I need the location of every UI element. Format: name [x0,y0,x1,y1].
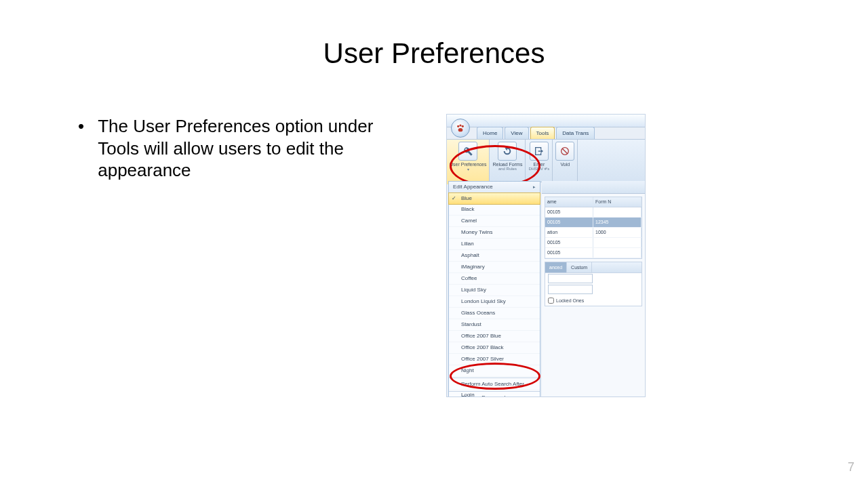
svg-point-0 [457,125,459,127]
enter-icon [530,142,549,161]
dropdown-item-blue[interactable]: Blue [448,192,540,205]
dropdown-item-camel[interactable]: Camel [449,216,540,227]
bullet-text: The User Preferences option under Tools … [98,115,396,182]
chevron-right-icon: ▸ [533,182,536,192]
background-content: ameForm N 001050010512345ation1000001050… [542,181,645,396]
dropdown-header[interactable]: Edit Appearance ▸ [449,182,540,193]
secondary-toolbar [542,181,645,194]
table-row[interactable]: ation1000 [545,228,642,238]
panel-row [545,284,642,295]
dropdown-item-office-2007-blue[interactable]: Office 2007 Blue [449,331,540,342]
panel-text-input[interactable] [548,274,593,283]
dropdown-item-office-2007-black[interactable]: Office 2007 Black [449,342,540,354]
dropdown-item-stardust[interactable]: Stardust [449,319,540,331]
bullet-marker: • [78,115,93,138]
ribbon-label: Reload Forms [492,162,522,167]
tab-tools[interactable]: Tools [530,127,555,140]
locked-ones-checkbox[interactable] [548,298,554,304]
panel-row: Locked Ones [545,295,642,306]
table-row[interactable]: 00105 [545,207,642,218]
grid-header[interactable]: Form N [593,197,642,207]
dropdown-item-lilian[interactable]: Lilian [449,239,540,250]
dropdown-item-night[interactable]: Night [449,365,540,377]
embedded-screenshot: HomeViewToolsData Trans User Preferences… [446,114,646,397]
svg-point-1 [459,124,461,126]
void-icon [555,142,574,161]
panel-row [545,273,642,284]
svg-point-2 [462,125,464,127]
paw-icon [455,123,466,134]
app-titlebar [447,115,645,127]
ribbon-reload-forms[interactable]: Reload Formsand Rules [490,140,526,184]
dropdown-item-glass-oceans[interactable]: Glass Oceans [449,308,540,319]
detail-panel: ancedCustom Locked Ones [545,262,642,306]
ribbon: User Preferences▾Reload Formsand RulesEn… [447,139,645,182]
dropdown-item-coffee[interactable]: Coffee [449,273,540,285]
panel-tab-anced[interactable]: anced [545,262,567,272]
dropdown-item-money-twins[interactable]: Money Twins [449,227,540,239]
panel-tab-custom[interactable]: Custom [567,262,592,272]
dropdown-item-imaginary[interactable]: iMaginary [449,262,540,273]
dropdown-item-london-liquid-sky[interactable]: London Liquid Sky [449,296,540,308]
bullet-item: • The User Preferences option under Tool… [78,115,397,182]
table-row[interactable]: 00105 [545,248,642,258]
dropdown-item-asphalt[interactable]: Asphalt [449,250,540,262]
tab-home[interactable]: Home [477,127,503,140]
ribbon-user-preferences[interactable]: User Preferences▾ [447,140,490,184]
dropdown-item-liquid-sky[interactable]: Liquid Sky [449,285,540,296]
grid-header[interactable]: ame [545,197,593,207]
reload-icon [498,142,517,161]
tab-data-trans[interactable]: Data Trans [556,127,595,140]
dropdown-item-change-password[interactable]: Change Password [449,392,540,397]
ribbon-label: Void [560,162,570,167]
checkbox-label: Locked Ones [556,298,584,303]
wrench-icon [458,142,477,161]
svg-point-3 [458,128,463,131]
ribbon-label: Enter [533,162,545,167]
panel-text-input[interactable] [548,285,593,294]
svg-line-5 [562,148,568,154]
tab-view[interactable]: View [505,127,528,140]
user-preferences-dropdown[interactable]: Edit Appearance ▸ BlueBlackCamelMoney Tw… [448,181,540,397]
ribbon-enter[interactable]: EnterDHSMV #'s [526,140,553,184]
app-logo-icon[interactable] [451,119,470,138]
dropdown-item-office-2007-silver[interactable]: Office 2007 Silver [449,354,540,365]
chevron-down-icon: ▾ [467,167,469,171]
dropdown-header-label: Edit Appearance [453,182,493,192]
dropdown-separator [449,378,540,378]
ribbon-tabs: HomeViewToolsData Trans [477,127,596,139]
page-number: 7 [848,460,854,474]
table-row[interactable]: 00105 [545,238,642,248]
slide-title: User Preferences [0,37,868,70]
table-row[interactable]: 0010512345 [545,218,642,228]
dropdown-item-black[interactable]: Black [449,204,540,216]
ribbon-void[interactable]: Void [553,140,578,184]
ribbon-label: User Preferences [450,162,486,167]
dropdown-item-perform-auto-search-after-login[interactable]: Perform Auto Search After Login [449,379,540,390]
data-grid[interactable]: ameForm N 001050010512345ation1000001050… [545,197,642,259]
